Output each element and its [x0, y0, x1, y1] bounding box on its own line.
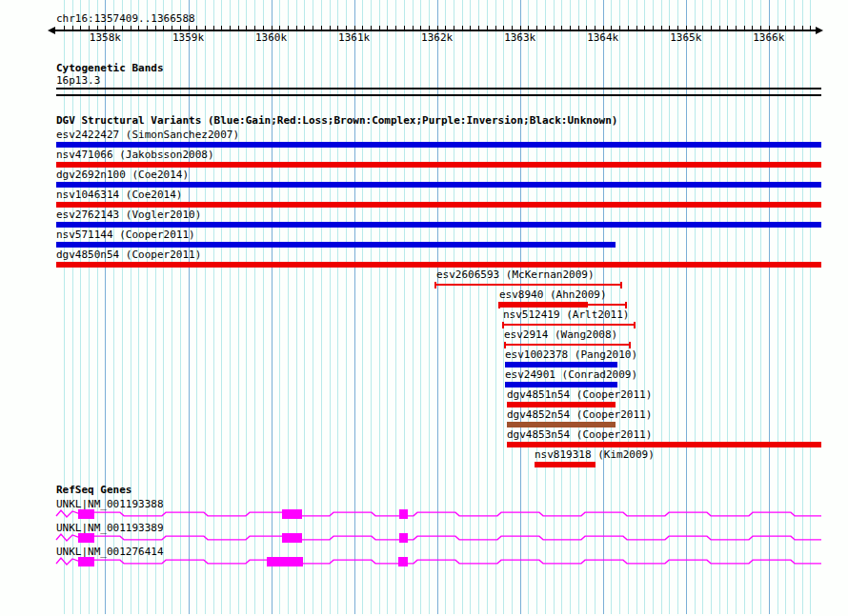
ruler-tick	[395, 26, 396, 30]
variant-bar[interactable]	[56, 262, 821, 268]
ruler-tick	[785, 26, 786, 30]
variant-label: dgv4850n54 (Cooper2011)	[56, 249, 201, 260]
gene-exon[interactable]	[282, 533, 302, 543]
ruler-tick	[611, 26, 612, 30]
gene-intron-line[interactable]	[56, 531, 821, 545]
gene-exon[interactable]	[78, 557, 94, 566]
ruler-tick	[760, 26, 761, 30]
ruler-tick	[437, 26, 438, 30]
ruler-tick	[72, 26, 73, 30]
variant-bar[interactable]	[498, 302, 588, 308]
ruler-tick	[462, 26, 463, 30]
variant-bar[interactable]	[56, 142, 821, 148]
ruler-tick	[619, 26, 620, 30]
ruler-tick	[89, 26, 90, 30]
variant-range-line[interactable]	[504, 344, 631, 346]
ruler-tick	[769, 26, 770, 30]
ruler-tick	[80, 26, 81, 30]
ruler-tick	[205, 26, 206, 30]
variant-bar[interactable]	[56, 222, 821, 228]
gene-exon[interactable]	[399, 509, 408, 519]
ruler-tick	[794, 26, 795, 30]
variant-label: dgv4853n54 (Cooper2011)	[507, 429, 652, 440]
gene-exon[interactable]	[78, 509, 94, 519]
ruler-tick	[163, 26, 164, 30]
ruler-tick	[545, 26, 546, 30]
ruler-tick-label: 1362k	[416, 32, 458, 43]
variant-label: nsv512419 (Arlt2011)	[503, 309, 629, 320]
ruler-tick	[371, 26, 372, 30]
variant-bar[interactable]	[535, 462, 596, 467]
cytoband-bottom-edge	[56, 94, 821, 96]
variant-bar[interactable]	[56, 202, 821, 208]
gene-exon[interactable]	[78, 533, 94, 543]
gene-exon[interactable]	[267, 557, 303, 566]
gene-exon[interactable]	[398, 557, 408, 566]
variant-label: dgv2692n100 (Coe2014)	[56, 169, 189, 180]
variant-range-line[interactable]	[502, 324, 636, 326]
ruler-left-arrow-icon	[48, 27, 55, 34]
ruler-tick-label: 1361k	[333, 32, 375, 43]
variant-bar[interactable]	[507, 402, 616, 407]
gene-intron-line[interactable]	[56, 555, 821, 568]
variant-bar[interactable]	[507, 422, 616, 427]
ruler-tick	[603, 26, 604, 30]
ruler-tick-label: 1360k	[251, 32, 293, 43]
ruler-tick	[131, 26, 131, 30]
ruler-tick	[304, 26, 305, 30]
ruler-tick	[238, 26, 239, 30]
variant-bar[interactable]	[56, 242, 616, 248]
ruler-tick	[702, 26, 703, 30]
ruler-tick	[254, 26, 255, 30]
ruler-tick	[536, 26, 537, 30]
ruler-tick	[246, 26, 247, 30]
ruler-tick	[172, 26, 172, 30]
gene-intron-line[interactable]	[56, 507, 821, 521]
cytoband-top-edge	[56, 88, 821, 89]
variant-label: esv2422427 (SimonSanchez2007)	[56, 129, 239, 140]
cytoband-section-title: Cytogenetic Bands	[56, 63, 164, 73]
ruler-tick	[578, 26, 579, 30]
gene-exon[interactable]	[399, 533, 408, 543]
ruler-tick	[454, 26, 454, 30]
ruler-tick	[189, 26, 190, 30]
ruler-tick	[64, 26, 65, 30]
ruler-tick	[155, 26, 156, 30]
variant-label: esv2762143 (Vogler2010)	[56, 209, 201, 220]
ruler-tick-label: 1365k	[665, 32, 707, 43]
variant-bar[interactable]	[56, 162, 821, 168]
ruler-tick	[503, 26, 504, 30]
ruler-tick	[727, 26, 728, 30]
variant-bar[interactable]	[505, 382, 617, 387]
ruler-tick	[147, 26, 148, 30]
ruler-tick	[711, 26, 712, 30]
ruler-tick	[296, 26, 297, 30]
ruler-tick	[470, 26, 471, 30]
variant-label: esv24901 (Conrad2009)	[505, 369, 637, 380]
ruler-tick	[445, 26, 446, 30]
variant-range-line[interactable]	[434, 284, 622, 286]
ruler-tick	[595, 26, 596, 30]
ruler-tick	[677, 26, 678, 30]
variant-range-left-cap	[434, 282, 436, 288]
variant-bar[interactable]	[56, 182, 821, 188]
ruler-tick	[686, 26, 687, 30]
ruler-tick	[337, 26, 338, 30]
variant-bar[interactable]	[505, 362, 617, 368]
ruler-tick	[628, 26, 629, 30]
ruler-tick-label: 1359k	[168, 32, 210, 43]
variant-bar[interactable]	[507, 442, 821, 447]
ruler-tick	[387, 26, 388, 30]
ruler-tick-label: 1358k	[84, 32, 126, 43]
variant-range-right-cap	[620, 282, 622, 288]
variant-label: nsv1046314 (Coe2014)	[56, 189, 182, 200]
ruler-tick	[561, 26, 562, 30]
ruler-tick	[810, 26, 811, 30]
gene-exon[interactable]	[282, 509, 302, 519]
variant-label: esv1002378 (Pang2010)	[505, 349, 637, 360]
ruler-tick	[570, 26, 571, 30]
ruler-tick	[736, 26, 737, 30]
ruler-tick	[221, 26, 222, 30]
ruler-tick	[113, 26, 114, 30]
ruler-tick	[354, 26, 355, 30]
